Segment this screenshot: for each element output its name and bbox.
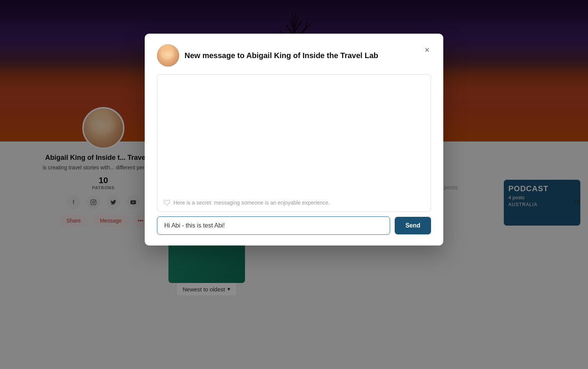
modal-textarea-area[interactable]: Here is a secret: messaging someone is a… (157, 74, 431, 212)
modal-header: New message to Abigail King of Inside th… (157, 44, 431, 67)
message-modal: New message to Abigail King of Inside th… (145, 34, 443, 245)
message-input[interactable] (157, 216, 390, 235)
modal-hint: Here is a secret: messaging someone is a… (163, 199, 330, 206)
heart-icon (163, 199, 170, 206)
modal-avatar (157, 44, 179, 67)
send-button[interactable]: Send (395, 217, 431, 234)
modal-close-button[interactable]: × (423, 44, 431, 56)
modal-header-left: New message to Abigail King of Inside th… (157, 44, 378, 67)
modal-hint-text: Here is a secret: messaging someone is a… (173, 200, 330, 206)
modal-title: New message to Abigail King of Inside th… (185, 50, 378, 60)
modal-avatar-face (157, 44, 179, 67)
modal-input-row: Send (157, 216, 431, 235)
